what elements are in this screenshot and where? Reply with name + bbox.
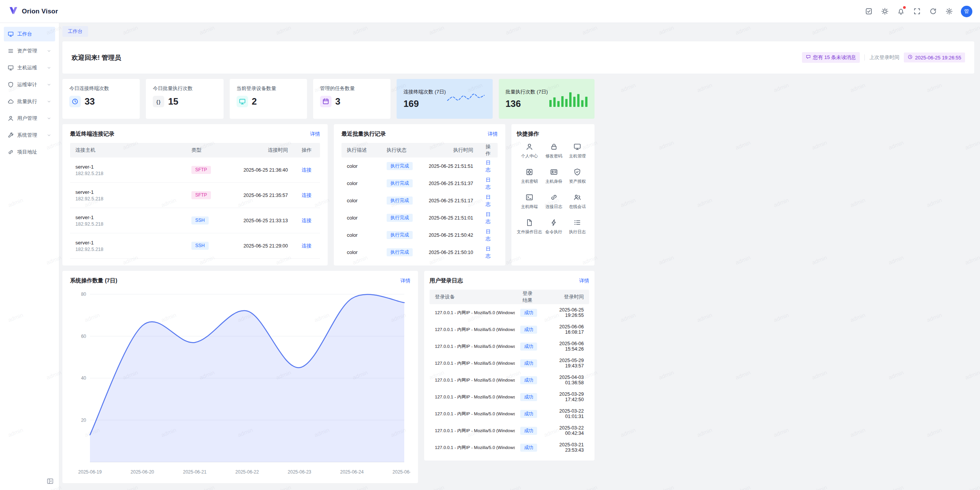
login-log-row: 127.0.0.1 - 内网IP - Mozilla/5.0 (Windows … — [430, 321, 589, 338]
svg-text:2025-06-20: 2025-06-20 — [131, 469, 154, 475]
link-icon — [8, 149, 14, 155]
notifications-button[interactable] — [894, 5, 907, 18]
last-login-label: 上次登录时间 — [869, 54, 899, 61]
login-log-row: 127.0.0.1 - 内网IP - Mozilla/5.0 (Windows … — [430, 372, 589, 388]
quick-action-5[interactable]: 主机身份 — [542, 168, 566, 184]
result-tag: 成功 — [520, 427, 537, 435]
connection-row: server-1182.92.5.218SSH2025-06-25 21:29:… — [70, 233, 320, 259]
monitor-icon — [573, 143, 581, 151]
fullscreen-button[interactable] — [910, 5, 923, 18]
log-link[interactable]: 日志 — [486, 194, 491, 207]
svg-text:40: 40 — [81, 375, 87, 381]
login-log-row: 127.0.0.1 - 内网IP - Mozilla/5.0 (Windows … — [430, 388, 589, 405]
result-tag: 成功 — [520, 393, 537, 401]
status-tag: 执行完成 — [387, 162, 413, 170]
login-log-row: 127.0.0.1 - 内网IP - Mozilla/5.0 (Windows … — [430, 405, 589, 422]
todo-button[interactable] — [862, 5, 875, 18]
login-log-row: 127.0.0.1 - 内网IP - Mozilla/5.0 (Windows … — [430, 355, 589, 372]
theme-button[interactable] — [878, 5, 891, 18]
welcome-title: 欢迎回来! 管理员 — [72, 53, 121, 62]
main-content: 工作台 欢迎回来! 管理员 您有 15 条未读消息 上次登录时间 2025-06… — [59, 23, 980, 490]
ops-chart-panel: 系统操作数量 (7日) 详情 204060802025-06-192025-06… — [62, 271, 418, 483]
sidebar-item-assets[interactable]: 资产管理 — [4, 44, 55, 58]
login-logs-details-link[interactable]: 详情 — [579, 277, 589, 284]
stat-card-managed-tasks: 管理的任务数量3 — [313, 79, 390, 119]
sidebar-item-audit[interactable]: 运维审计 — [4, 77, 55, 92]
sidebar-item-users[interactable]: 用户管理 — [4, 111, 55, 126]
status-tag: 执行完成 — [387, 197, 413, 205]
connect-link[interactable]: 连接 — [302, 218, 312, 223]
quick-action-11[interactable]: 命令执行 — [542, 219, 566, 235]
list-icon — [8, 48, 14, 54]
execution-row: color执行完成2025-06-25 21:51:51日志 — [341, 157, 498, 175]
unread-messages-badge[interactable]: 您有 15 条未读消息 — [802, 52, 860, 63]
quick-action-10[interactable]: 文件操作日志 — [517, 219, 542, 235]
shield-check-icon — [573, 168, 581, 176]
result-tag: 成功 — [520, 343, 537, 351]
sidebar-item-system[interactable]: 系统管理 — [4, 128, 55, 143]
refresh-icon — [929, 8, 937, 15]
chevron-down-icon — [47, 66, 51, 70]
quick-action-9[interactable]: 在线会话 — [566, 193, 590, 210]
sidebar-item-host-ops[interactable]: 主机运维 — [4, 61, 55, 75]
collapse-sidebar-icon[interactable] — [47, 478, 54, 485]
calendar-icon — [320, 96, 332, 107]
log-link[interactable]: 日志 — [486, 211, 491, 224]
execution-row: color执行完成2025-06-25 21:51:37日志 — [341, 175, 498, 192]
svg-text:2025-06-22: 2025-06-22 — [235, 469, 259, 475]
login-logs-table: 登录设备 登录结果 登录时间 127.0.0.1 - 内网IP - Mozill… — [430, 290, 589, 456]
topbar: Orion Visor 管 — [0, 0, 980, 23]
breadcrumb-item-workbench[interactable]: 工作台 — [62, 26, 88, 37]
sidebar-item-workbench[interactable]: 工作台 — [4, 27, 55, 41]
connect-link[interactable]: 连接 — [302, 192, 312, 198]
quick-action-6[interactable]: 资产授权 — [566, 168, 590, 184]
monitor-icon — [8, 31, 14, 37]
login-logs-panel: 用户登录日志 详情 登录设备 登录结果 登录时间 127.0.0.1 - 内网I… — [424, 271, 595, 461]
log-link[interactable]: 日志 — [486, 177, 491, 190]
log-link[interactable]: 日志 — [486, 229, 491, 241]
status-tag: 执行完成 — [387, 231, 413, 239]
bell-icon — [897, 8, 905, 15]
chevron-down-icon — [47, 133, 51, 138]
sidebar-item-batch-exec[interactable]: 批量执行 — [4, 94, 55, 109]
svg-text:2025-06-19: 2025-06-19 — [78, 469, 102, 475]
recent-executions-title: 最近批量执行记录 — [341, 130, 386, 138]
log-link[interactable]: 日志 — [486, 160, 491, 172]
middle-row: 最近终端连接记录 详情 连接主机 类型 连接时间 操作 server-1182.… — [62, 124, 595, 265]
brand: Orion Visor — [8, 6, 58, 17]
quick-action-2[interactable]: 修改密码 — [542, 143, 566, 159]
sidebar-item-project[interactable]: 项目地址 — [4, 145, 55, 159]
settings-button[interactable] — [942, 5, 956, 18]
svg-text:60: 60 — [81, 334, 87, 339]
recent-executions-details-link[interactable]: 详情 — [488, 131, 498, 138]
quick-action-3[interactable]: 主机管理 — [566, 143, 590, 159]
connect-link[interactable]: 连接 — [302, 243, 312, 249]
terminal-icon — [526, 193, 533, 201]
connect-link[interactable]: 连接 — [302, 167, 312, 173]
quick-actions-title: 快捷操作 — [517, 130, 539, 138]
connection-row: server-1182.92.5.218SFTP2025-06-25 21:36… — [70, 157, 320, 183]
quick-action-1[interactable]: 个人中心 — [517, 143, 542, 159]
ops-chart-details-link[interactable]: 详情 — [400, 277, 410, 284]
recent-connections-title: 最近终端连接记录 — [70, 130, 114, 138]
user-avatar[interactable]: 管 — [961, 6, 972, 17]
bottom-row: 系统操作数量 (7日) 详情 204060802025-06-192025-06… — [62, 271, 595, 483]
stat-card-connections-7d: 连接终端次数 (7日)169 — [397, 79, 493, 119]
recent-connections-details-link[interactable]: 详情 — [310, 131, 320, 138]
quick-action-4[interactable]: 主机密钥 — [517, 168, 542, 184]
log-link[interactable]: 日志 — [486, 246, 491, 259]
refresh-button[interactable] — [926, 5, 939, 18]
status-tag: 执行完成 — [387, 214, 413, 222]
stat-card-online-devices: 当前登录设备数量2 — [230, 79, 307, 119]
quick-action-12[interactable]: 执行日志 — [566, 219, 590, 235]
clock-icon — [908, 54, 913, 61]
ops-area-chart: 204060802025-06-192025-06-202025-06-2120… — [70, 290, 410, 479]
divider — [864, 54, 865, 61]
last-login-time-badge: 2025-06-25 19:26:55 — [904, 52, 965, 62]
login-log-row: 127.0.0.1 - 内网IP - Mozilla/5.0 (Windows … — [430, 338, 589, 355]
check-square-icon — [865, 8, 872, 15]
display-icon — [237, 96, 248, 107]
stat-card-today-executions: 今日批量执行次数{}15 — [146, 79, 223, 119]
quick-action-7[interactable]: 主机终端 — [517, 193, 542, 210]
quick-action-8[interactable]: 连接日志 — [542, 193, 566, 210]
